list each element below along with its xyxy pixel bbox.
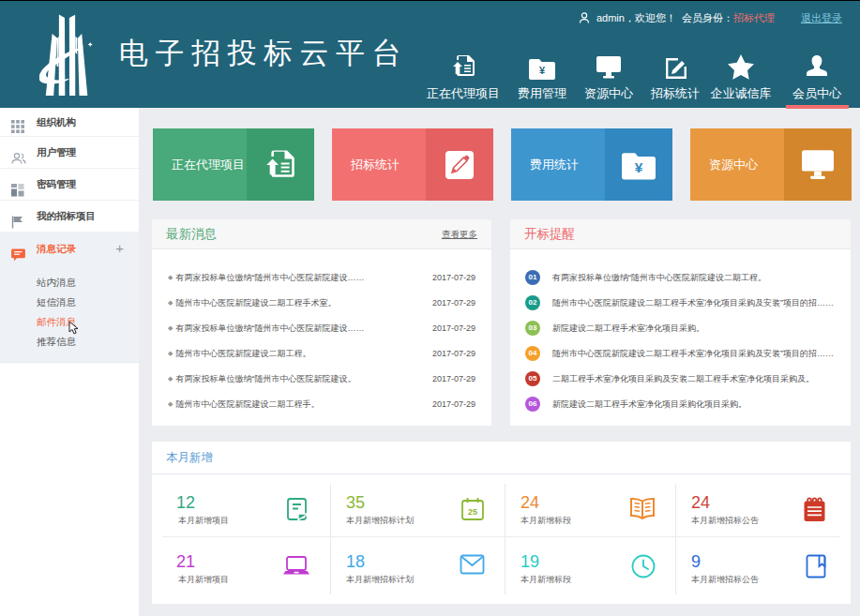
svg-text:¥: ¥	[635, 159, 643, 175]
svg-text:¥: ¥	[539, 65, 546, 76]
svg-text:25: 25	[468, 507, 477, 517]
